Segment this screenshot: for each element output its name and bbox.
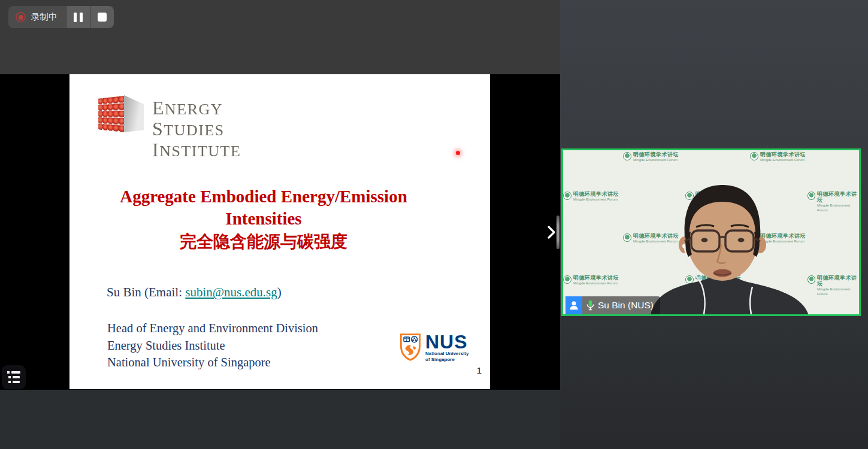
pause-icon <box>74 13 83 22</box>
microphone-icon <box>586 300 594 311</box>
recording-bar: 录制中 <box>8 6 114 28</box>
presentation-slide: ENERGY STUDIES INSTITUTE Aggregate Embod… <box>69 74 490 389</box>
recording-status-label: 录制中 <box>31 11 58 23</box>
top-strip: 录制中 <box>0 0 560 74</box>
record-icon <box>16 12 26 22</box>
participant-name-text: Su Bin (NUS) <box>598 300 654 311</box>
person-icon <box>568 300 579 311</box>
participant-video-tile[interactable]: 明德环境学术讲坛Mingde Environment Forum明德环境学术讲坛… <box>561 148 861 316</box>
list-icon <box>7 371 20 374</box>
esi-logo-wordmark: ENERGY STUDIES INSTITUTE <box>152 98 241 161</box>
presenter-name-text: Su Bin (Email: <box>107 285 185 299</box>
presenter-line-suffix: ) <box>277 285 282 299</box>
screen-share-viewport: ENERGY STUDIES INSTITUTE Aggregate Embod… <box>0 74 560 390</box>
affiliation-line: National University of Singapore <box>107 354 318 371</box>
slide-page-number: 1 <box>472 365 486 375</box>
participant-name-label: Su Bin (NUS) <box>582 296 660 314</box>
slide-title: Aggregate Embodied Energy/Emission Inten… <box>74 186 453 254</box>
slide-title-line2: Intensities <box>74 208 453 230</box>
nus-logo-text: NUS National University of Singapore <box>425 333 468 362</box>
nus-logo: NUS National University of Singapore <box>399 333 468 362</box>
agenda-list-button[interactable] <box>2 365 26 389</box>
avatar-badge <box>565 296 582 314</box>
nus-acronym: NUS <box>425 333 468 351</box>
affiliation-line: Head of Energy and Environment Division <box>107 320 318 337</box>
presenter-line: Su Bin (Email: subin@nus.edu.sg) <box>107 285 282 300</box>
laser-pointer-dot <box>456 151 460 155</box>
nus-subline2: of Singapore <box>425 357 468 363</box>
affiliation-line: Energy Studies Institute <box>107 337 318 354</box>
speaker-webcam-figure <box>563 150 859 314</box>
meeting-window: 录制中 ENERGY STUDIES INSTITUTE <box>0 0 868 449</box>
stop-recording-button[interactable] <box>90 6 114 28</box>
slide-title-chinese: 完全隐含能源与碳强度 <box>74 230 453 254</box>
recording-status: 录制中 <box>8 6 66 28</box>
chevron-right-icon <box>547 225 556 239</box>
bottom-strip <box>0 390 560 449</box>
nus-subline1: National University <box>425 351 468 357</box>
esi-logo: ENERGY STUDIES INSTITUTE <box>91 91 271 162</box>
esi-logo-panel-graphic <box>124 95 144 132</box>
participant-name-bar: Su Bin (NUS) <box>565 296 660 314</box>
nus-crest-icon <box>399 333 422 362</box>
panel-drag-handle[interactable] <box>557 216 559 249</box>
participant-panel: 明德环境学术讲坛Mingde Environment Forum明德环境学术讲坛… <box>560 0 868 449</box>
pause-recording-button[interactable] <box>66 6 90 28</box>
affiliation-block: Head of Energy and Environment Division … <box>107 320 318 371</box>
slide-title-line1: Aggregate Embodied Energy/Emission <box>74 186 453 208</box>
esi-logo-dots-graphic <box>98 96 125 133</box>
stop-icon <box>98 13 107 22</box>
presenter-email-link[interactable]: subin@nus.edu.sg <box>185 285 277 299</box>
